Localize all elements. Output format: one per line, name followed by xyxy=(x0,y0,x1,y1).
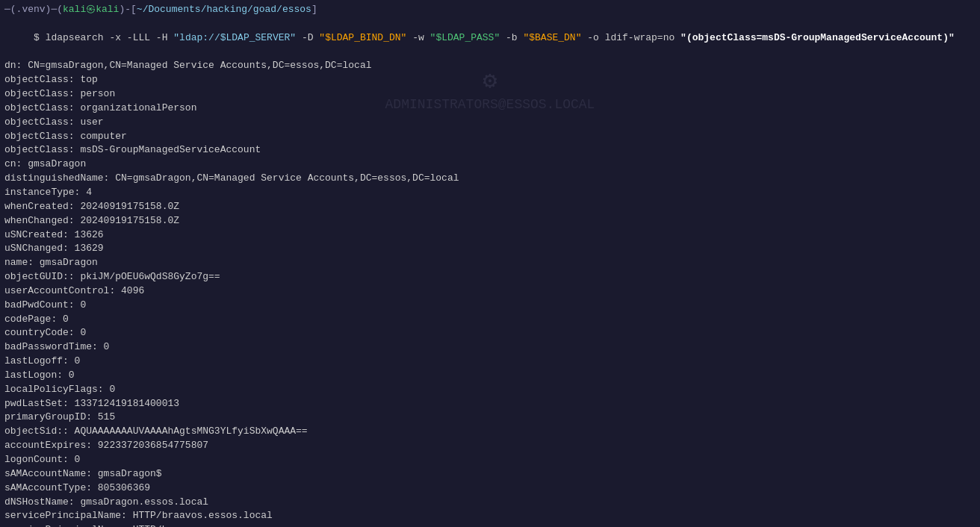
cmd-ldapsearch: ldapsearch xyxy=(46,32,110,43)
prompt-venv: ─(.venv)─( xyxy=(4,3,63,17)
output-line: objectClass: person xyxy=(4,87,976,102)
cmd-flag-w: -w xyxy=(406,32,429,43)
output-line: sAMAccountName: gmsaDragon$ xyxy=(4,467,976,481)
output-line: servicePrincipalName: HTTP/braavos.essos… xyxy=(4,509,976,523)
output-line: instanceType: 4 xyxy=(4,186,976,200)
output-line: objectSid:: AQUAAAAAAAUVAAAAhAgtsMNG3YLf… xyxy=(4,425,976,439)
output-line: whenCreated: 20240919175158.0Z xyxy=(4,200,976,214)
output-line: localPolicyFlags: 0 xyxy=(4,383,976,397)
output-line: badPwdCount: 0 xyxy=(4,299,976,313)
output-line: uSNChanged: 13629 xyxy=(4,242,976,256)
cmd-filter: "(objectClass=msDS-GroupManagedServiceAc… xyxy=(680,32,955,43)
output-lines: dn: CN=gmsaDragon,CN=Managed Service Acc… xyxy=(4,59,976,527)
terminal: ─(.venv)─(kali㉿kali)-[~/Documents/hackin… xyxy=(0,0,980,527)
output-line: codePage: 0 xyxy=(4,313,976,327)
output-line: name: gmsaDragon xyxy=(4,256,976,270)
output-line: dn: CN=gmsaDragon,CN=Managed Service Acc… xyxy=(4,59,976,73)
output-line: objectClass: msDS-GroupManagedServiceAcc… xyxy=(4,143,976,158)
output-line: objectClass: top xyxy=(4,73,976,87)
cmd-flag-b: -b xyxy=(500,32,523,43)
output-line: objectClass: user xyxy=(4,116,976,130)
output-line: objectClass: organizationalPerson xyxy=(4,102,976,116)
prompt-path: ~/Documents/hacking/goad/essos xyxy=(137,3,311,17)
output-line: servicePrincipalName: HTTP/braavos xyxy=(4,523,976,527)
prompt-user: kali㉿kali xyxy=(63,3,119,17)
output-line: dNSHostName: gmsaDragon.essos.local xyxy=(4,496,976,510)
prompt-line: ─(.venv)─(kali㉿kali)-[~/Documents/hackin… xyxy=(4,3,976,17)
command-line: $ ldapsearch -x -LLL -H "ldap://$LDAP_SE… xyxy=(4,17,976,60)
prompt-bracket-close: ] xyxy=(311,3,317,17)
cmd-flags: -x -LLL -H xyxy=(109,32,173,43)
output-line: cn: gmsaDragon xyxy=(4,158,976,172)
cmd-flag-o: -o xyxy=(581,32,604,43)
output-line: objectGUID:: pkiJM/pOEU6wQdS8GyZo7g== xyxy=(4,270,976,284)
output-line: accountExpires: 9223372036854775807 xyxy=(4,439,976,453)
prompt-bracket: )-[ xyxy=(119,3,136,17)
output-line: userAccountControl: 4096 xyxy=(4,284,976,299)
output-line: distinguishedName: CN=gmsaDragon,CN=Mana… xyxy=(4,172,976,186)
prompt-dollar: $ xyxy=(28,32,45,43)
cmd-flag-d: -D xyxy=(296,32,319,43)
cmd-base-dn: "$BASE_DN" xyxy=(523,32,581,43)
output-line: objectClass: computer xyxy=(4,130,976,144)
output-line: countryCode: 0 xyxy=(4,326,976,340)
output-line: uSNCreated: 13626 xyxy=(4,228,976,243)
output-line: whenChanged: 20240919175158.0Z xyxy=(4,214,976,228)
output-line: logonCount: 0 xyxy=(4,453,976,467)
output-line: pwdLastSet: 133712419181400013 xyxy=(4,397,976,411)
cmd-ldif: ldif-wrap=no xyxy=(605,32,680,43)
cmd-pass: "$LDAP_PASS" xyxy=(430,32,500,43)
output-line: lastLogoff: 0 xyxy=(4,355,976,369)
output-line: primaryGroupID: 515 xyxy=(4,411,976,425)
output-line: lastLogon: 0 xyxy=(4,369,976,383)
output-line: sAMAccountType: 805306369 xyxy=(4,481,976,496)
cmd-bind-dn: "$LDAP_BIND_DN" xyxy=(319,32,406,43)
output-line: badPasswordTime: 0 xyxy=(4,340,976,355)
cmd-server: "ldap://$LDAP_SERVER" xyxy=(173,32,296,43)
